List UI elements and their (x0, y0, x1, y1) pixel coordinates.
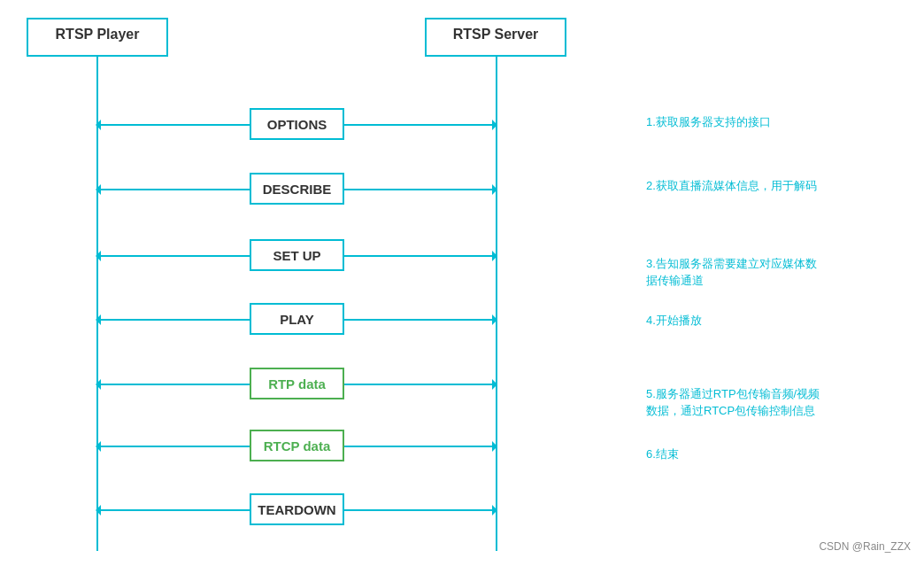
teardown-box: TEARDOWN (250, 493, 344, 525)
annotation-6: 6.结束 (646, 446, 679, 463)
setup-right-arrow (344, 255, 497, 257)
left-vertical-line (96, 57, 98, 551)
play-box: PLAY (250, 303, 344, 335)
describe-left-arrow (96, 189, 250, 190)
rtp-right-arrow (344, 384, 497, 385)
rtcp-right-arrow (344, 446, 497, 447)
rtcp-box: RTCP data (250, 430, 344, 461)
options-right-arrow (344, 124, 497, 126)
diagram-container: RTSP Player RTSP Server OPTIONS DESCRIBE… (0, 0, 924, 566)
teardown-right-arrow (344, 509, 497, 511)
setup-left-arrow (96, 255, 250, 257)
annotation-1: 1.获取服务器支持的接口 (646, 113, 771, 131)
player-header: RTSP Player (27, 18, 168, 57)
play-right-arrow (344, 319, 497, 321)
right-vertical-line (496, 57, 497, 551)
rtp-box: RTP data (250, 368, 344, 399)
options-box: OPTIONS (250, 108, 344, 140)
rtp-left-arrow (96, 384, 250, 385)
server-header: RTSP Server (425, 18, 566, 57)
play-left-arrow (96, 319, 250, 321)
describe-right-arrow (344, 189, 497, 190)
annotation-3: 3.告知服务器需要建立对应媒体数 据传输通道 (646, 237, 817, 290)
annotation-2: 2.获取直播流媒体信息，用于解码 (646, 177, 817, 195)
setup-box: SET UP (250, 239, 344, 271)
describe-box: DESCRIBE (250, 173, 344, 205)
options-left-arrow (96, 124, 250, 126)
watermark: CSDN @Rain_ZZX (819, 540, 911, 553)
annotation-4: 4.开始播放 (646, 312, 702, 330)
rtcp-left-arrow (96, 446, 250, 447)
annotation-5: 5.服务器通过RTP包传输音频/视频 数据，通过RTCP包传输控制信息 (646, 368, 820, 420)
teardown-left-arrow (96, 509, 250, 511)
